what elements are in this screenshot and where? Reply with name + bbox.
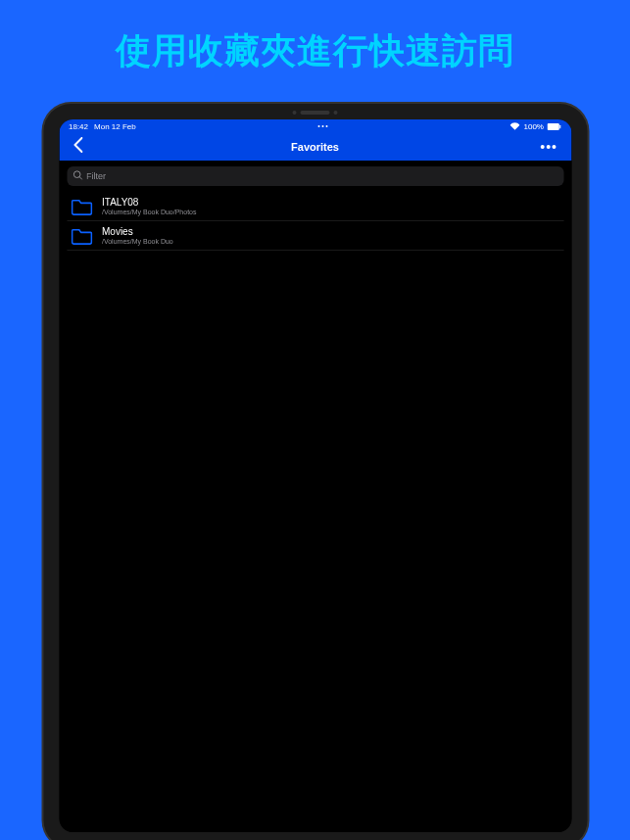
status-time: 18:42 <box>69 122 88 131</box>
list-item[interactable]: ITALY08 /Volumes/My Book Duo/Photos <box>67 192 563 221</box>
back-button[interactable] <box>69 137 86 158</box>
svg-line-3 <box>79 177 82 180</box>
list-item-title: Movies <box>102 226 173 237</box>
folder-icon <box>71 227 92 245</box>
filter-bar[interactable] <box>67 166 563 186</box>
content-area: ITALY08 /Volumes/My Book Duo/Photos Movi… <box>59 161 571 832</box>
battery-percent: 100% <box>524 122 544 131</box>
list-item[interactable]: Movies /Volumes/My Book Duo <box>67 221 563 251</box>
status-date: Mon 12 Feb <box>94 122 136 131</box>
more-button[interactable]: ••• <box>536 139 561 155</box>
list-item-title: ITALY08 <box>102 197 197 208</box>
screen: 18:42 Mon 12 Feb 100% Favorites ••• <box>59 119 571 832</box>
svg-rect-0 <box>548 123 559 130</box>
svg-rect-1 <box>560 124 561 128</box>
battery-icon <box>548 123 561 130</box>
nav-bar: Favorites ••• <box>59 133 571 161</box>
list-item-subtitle: /Volumes/My Book Duo/Photos <box>102 209 197 215</box>
list-item-subtitle: /Volumes/My Book Duo <box>102 238 173 245</box>
folder-icon <box>71 198 92 215</box>
promo-title: 使用收藏夾進行快速訪問 <box>0 0 630 75</box>
filter-input[interactable] <box>86 171 557 181</box>
status-bar: 18:42 Mon 12 Feb 100% <box>59 119 571 133</box>
tablet-notch <box>286 110 345 116</box>
tablet-frame: 18:42 Mon 12 Feb 100% Favorites ••• <box>43 104 587 840</box>
page-title: Favorites <box>291 141 339 153</box>
multitask-dots <box>318 125 328 127</box>
search-icon <box>73 170 82 182</box>
wifi-icon <box>510 122 520 130</box>
